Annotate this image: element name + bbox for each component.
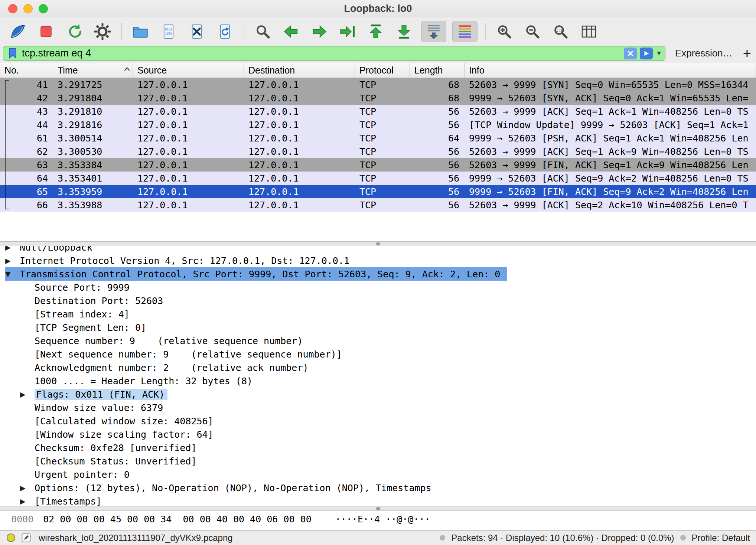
detail-line[interactable]: Window size value: 6379 [0, 401, 756, 414]
minimize-window-button[interactable] [23, 4, 33, 13]
detail-line-content: [TCP Segment Len: 0] [20, 321, 149, 334]
wireshark-window: Loopback: lo0 010110101:1 ▼ Expression… … [0, 0, 756, 545]
column-header-protocol[interactable]: Protocol [355, 63, 410, 78]
apply-filter-button[interactable] [640, 48, 653, 59]
cell-info: 9999 → 52603 [ACK] Seq=9 Ack=2 Win=40825… [465, 173, 756, 184]
packet-row[interactable]: 643.353401127.0.0.1127.0.0.1TCP569999 → … [0, 172, 756, 185]
detail-line[interactable]: Sequence number: 9 (relative sequence nu… [0, 334, 756, 347]
zoom-in-button[interactable] [493, 21, 515, 42]
detail-text: [Calculated window size: 408256] [35, 416, 216, 427]
start-capture-button[interactable] [7, 21, 29, 42]
restart-capture-button[interactable] [63, 21, 85, 42]
hex-line[interactable]: 0000 02 00 00 00 45 00 00 34 00 00 40 00… [0, 512, 430, 526]
packet-row[interactable]: 633.353384127.0.0.1127.0.0.1TCP5652603 →… [0, 158, 756, 172]
detail-line[interactable]: [Window size scaling factor: 64] [0, 428, 756, 441]
packet-list-header: No.Time^SourceDestinationProtocolLengthI… [0, 63, 756, 78]
column-header-length[interactable]: Length [410, 63, 465, 78]
bookmark-icon[interactable] [8, 48, 17, 59]
packet-row[interactable]: 423.291804127.0.0.1127.0.0.1TCP689999 → … [0, 91, 756, 105]
auto-scroll-button[interactable] [421, 21, 446, 42]
packet-row[interactable]: 433.291810127.0.0.1127.0.0.1TCP5652603 →… [0, 105, 756, 118]
packet-row[interactable]: 653.353959127.0.0.1127.0.0.1TCP569999 → … [0, 185, 756, 198]
save-file-button[interactable]: 01011010 [157, 21, 180, 42]
fullscreen-window-button[interactable] [39, 4, 48, 13]
packet-row[interactable]: 623.300530127.0.0.1127.0.0.1TCP5652603 →… [0, 145, 756, 158]
collapsed-arrow-icon[interactable]: ▶ [5, 246, 20, 251]
cell-length: 68 [410, 79, 465, 90]
packet-row[interactable]: 443.291816127.0.0.1127.0.0.1TCP56[TCP Wi… [0, 118, 756, 131]
packet-row[interactable]: 413.291725127.0.0.1127.0.0.1TCP6852603 →… [0, 78, 756, 91]
capture-options-button[interactable] [91, 21, 114, 42]
detail-text: Window size value: 6379 [35, 402, 166, 413]
column-header-info[interactable]: Info [465, 63, 756, 78]
column-header-time[interactable]: Time^ [53, 63, 133, 78]
packet-row[interactable]: 663.353988127.0.0.1127.0.0.1TCP5652603 →… [0, 198, 756, 212]
detail-line[interactable]: ▶Flags: 0x011 (FIN, ACK) [0, 388, 756, 401]
toolbar-separator [244, 23, 244, 40]
detail-line[interactable]: [Next sequence number: 9 (relative seque… [0, 347, 756, 361]
cell-info: 9999 → 52603 [SYN, ACK] Seq=0 Ack=1 Win=… [465, 93, 756, 104]
zoom-out-button[interactable] [521, 21, 544, 42]
clear-filter-button[interactable] [624, 48, 637, 59]
detail-line[interactable]: Source Port: 9999 [0, 281, 756, 294]
collapsed-arrow-icon[interactable]: ▶ [5, 257, 20, 265]
find-packet-button[interactable] [252, 21, 274, 42]
packet-statistics: Packets: 94 · Displayed: 10 (10.6%) · Dr… [451, 533, 674, 543]
column-header-source[interactable]: Source [133, 63, 244, 78]
expression-button[interactable]: Expression… [675, 48, 733, 59]
go-forward-button[interactable] [308, 21, 330, 42]
display-filter-field[interactable]: ▼ [3, 46, 665, 61]
expert-info-icon[interactable] [6, 533, 16, 543]
resize-columns-button[interactable] [578, 21, 600, 42]
cell-info: 52603 → 9999 [ACK] Seq=1 Ack=1 Win=40825… [465, 106, 756, 117]
hex-bytes[interactable]: 02 00 00 00 45 00 00 34 00 00 40 00 40 0… [33, 514, 311, 525]
magnifier-minus-icon [524, 23, 541, 40]
collapsed-arrow-icon[interactable]: ▶ [20, 497, 35, 505]
pane-splitter-top[interactable] [0, 241, 756, 246]
close-window-button[interactable] [8, 4, 17, 13]
cell-source: 127.0.0.1 [133, 133, 244, 144]
go-last-packet-button[interactable] [393, 21, 415, 42]
filter-history-dropdown-icon[interactable]: ▼ [656, 50, 662, 57]
detail-line[interactable]: Checksum: 0xfe28 [unverified] [0, 441, 756, 454]
cell-protocol: TCP [355, 200, 410, 211]
column-header-destination[interactable]: Destination [244, 63, 355, 78]
detail-line[interactable]: [Stream index: 4] [0, 307, 756, 321]
detail-text: Source Port: 9999 [35, 282, 133, 293]
colorize-packets-button[interactable] [452, 21, 478, 42]
stop-capture-button[interactable] [35, 21, 57, 42]
detail-line[interactable]: ▶Options: (12 bytes), No-Operation (NOP)… [0, 481, 756, 495]
go-first-packet-button[interactable] [365, 21, 387, 42]
open-file-button[interactable] [129, 21, 151, 42]
hex-ascii[interactable]: ····E··4 ··@·@··· [312, 514, 430, 525]
profile-label[interactable]: Profile: Default [692, 533, 750, 543]
titlebar: Loopback: lo0 [0, 0, 756, 17]
expanded-arrow-icon[interactable]: ▼ [5, 270, 20, 278]
go-back-button[interactable] [280, 21, 302, 42]
collapsed-arrow-icon[interactable]: ▶ [20, 484, 35, 492]
add-filter-button[interactable]: + [743, 46, 751, 61]
zoom-reset-button[interactable]: 1:1 [550, 21, 572, 42]
detail-line-content: Sequence number: 9 (relative sequence nu… [20, 334, 306, 347]
reload-file-button[interactable] [214, 21, 236, 42]
go-to-packet-button[interactable] [336, 21, 359, 42]
detail-line[interactable]: 1000 .... = Header Length: 32 bytes (8) [0, 374, 756, 388]
capture-comment-icon[interactable] [21, 533, 31, 543]
display-filter-input[interactable] [17, 48, 621, 59]
detail-line-content: ▶Null/Loopback [5, 246, 95, 254]
detail-line[interactable]: Acknowledgment number: 2 (relative ack n… [0, 361, 756, 374]
close-file-button[interactable] [186, 21, 208, 42]
detail-line[interactable]: Destination Port: 52603 [0, 294, 756, 307]
detail-line[interactable]: [Checksum Status: Unverified] [0, 454, 756, 468]
detail-line[interactable]: [TCP Segment Len: 0] [0, 321, 756, 334]
collapsed-arrow-icon[interactable]: ▶ [20, 390, 35, 398]
detail-line[interactable]: ▶Internet Protocol Version 4, Src: 127.0… [0, 254, 756, 267]
pane-splitter-bottom[interactable] [0, 506, 756, 511]
packet-row[interactable]: 613.300514127.0.0.1127.0.0.1TCP649999 → … [0, 131, 756, 145]
detail-line[interactable]: ▶Null/Loopback [0, 246, 756, 254]
detail-line[interactable]: [Calculated window size: 408256] [0, 414, 756, 428]
detail-line[interactable]: ▶[Timestamps] [0, 495, 756, 506]
column-header-no[interactable]: No. [0, 63, 53, 78]
detail-line[interactable]: Urgent pointer: 0 [0, 468, 756, 481]
detail-line[interactable]: ▼Transmission Control Protocol, Src Port… [0, 267, 756, 281]
